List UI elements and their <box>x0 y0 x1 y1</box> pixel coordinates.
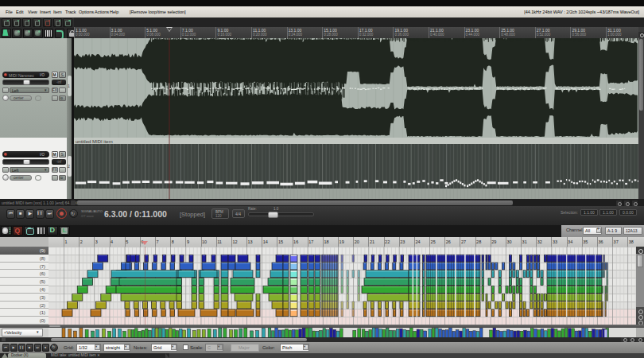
svg-text:untitled MIDI item: untitled MIDI item <box>76 139 113 144</box>
